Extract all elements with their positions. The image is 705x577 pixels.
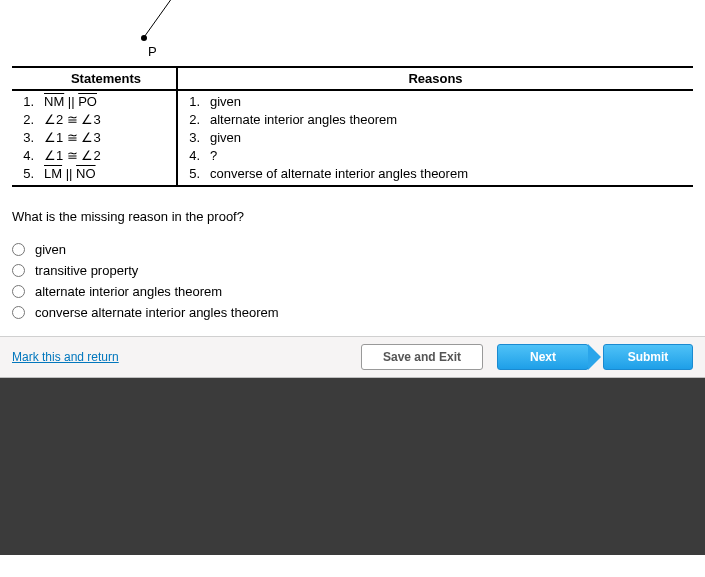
point-label-p: P bbox=[148, 44, 157, 59]
radio-input[interactable] bbox=[12, 243, 25, 256]
footer-bar: Mark this and return Save and Exit Next … bbox=[0, 336, 705, 378]
reason-number: 4. bbox=[178, 147, 206, 165]
statement-number: 5. bbox=[12, 165, 40, 183]
option-label: given bbox=[35, 242, 66, 257]
submit-button[interactable]: Submit bbox=[603, 344, 693, 370]
svg-point-1 bbox=[141, 35, 147, 41]
reason-text: ? bbox=[206, 147, 693, 165]
statement-text: LM || NO bbox=[40, 165, 176, 183]
option-label: transitive property bbox=[35, 263, 138, 278]
radio-input[interactable] bbox=[12, 285, 25, 298]
statement-text: ∠2 ≅ ∠3 bbox=[40, 111, 176, 129]
statement-number: 1. bbox=[12, 93, 40, 111]
reason-text: alternate interior angles theorem bbox=[206, 111, 693, 129]
reason-number: 3. bbox=[178, 129, 206, 147]
save-and-exit-button[interactable]: Save and Exit bbox=[361, 344, 483, 370]
statement-number: 3. bbox=[12, 129, 40, 147]
reason-text: given bbox=[206, 93, 693, 111]
radio-input[interactable] bbox=[12, 264, 25, 277]
diagram-fragment: P bbox=[92, 0, 693, 60]
answer-options: giventransitive propertyalternate interi… bbox=[12, 242, 693, 320]
svg-line-0 bbox=[142, 0, 192, 40]
next-button[interactable]: Next bbox=[497, 344, 589, 370]
reason-text: given bbox=[206, 129, 693, 147]
statements-header: Statements bbox=[36, 68, 178, 89]
empty-area bbox=[0, 378, 705, 555]
reason-number: 5. bbox=[178, 165, 206, 183]
statement-number: 2. bbox=[12, 111, 40, 129]
answer-option[interactable]: alternate interior angles theorem bbox=[12, 284, 693, 299]
mark-return-link[interactable]: Mark this and return bbox=[12, 350, 119, 364]
reason-text: converse of alternate interior angles th… bbox=[206, 165, 693, 183]
answer-option[interactable]: given bbox=[12, 242, 693, 257]
statement-text: ∠1 ≅ ∠2 bbox=[40, 147, 176, 165]
reason-number: 2. bbox=[178, 111, 206, 129]
statement-text: ∠1 ≅ ∠3 bbox=[40, 129, 176, 147]
answer-option[interactable]: converse alternate interior angles theor… bbox=[12, 305, 693, 320]
statement-number: 4. bbox=[12, 147, 40, 165]
reason-number: 1. bbox=[178, 93, 206, 111]
answer-option[interactable]: transitive property bbox=[12, 263, 693, 278]
reasons-header: Reasons bbox=[178, 68, 693, 89]
question-text: What is the missing reason in the proof? bbox=[12, 209, 693, 224]
option-label: converse alternate interior angles theor… bbox=[35, 305, 279, 320]
proof-table: Statements Reasons 1.NM || PO2.∠2 ≅ ∠33.… bbox=[12, 66, 693, 187]
option-label: alternate interior angles theorem bbox=[35, 284, 222, 299]
statement-text: NM || PO bbox=[40, 93, 176, 111]
radio-input[interactable] bbox=[12, 306, 25, 319]
